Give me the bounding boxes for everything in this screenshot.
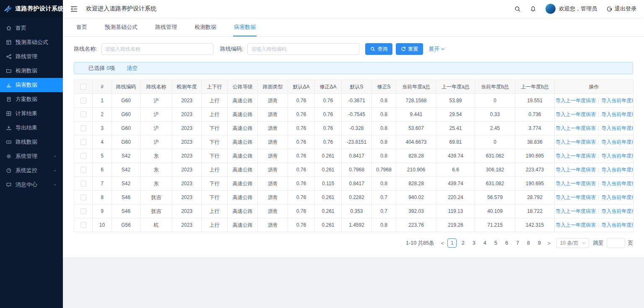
main-area: 欢迎进入道路养护设计系统 欢迎您，管理员 退出登录: [63, 0, 644, 308]
sidebar-item-system-monitor[interactable]: 系统监控: [0, 163, 63, 178]
sidebar-item-plan-data[interactable]: 方案数据: [0, 92, 63, 106]
table-cell: 下行: [202, 177, 228, 191]
page-button-2[interactable]: 2: [458, 238, 467, 248]
row-checkbox[interactable]: [80, 125, 86, 131]
expand-toggle[interactable]: 展开: [428, 45, 445, 53]
sidebar-item-route-data[interactable]: 路线数据: [0, 135, 63, 149]
import-prev-year-link[interactable]: 导入上一年度病害: [556, 111, 596, 117]
next-page-button[interactable]: >: [545, 240, 553, 246]
row-checkbox[interactable]: [80, 181, 86, 186]
user-info[interactable]: 欢迎您，管理员: [545, 4, 597, 14]
action-divider: |: [598, 153, 599, 159]
table-cell: 0.76: [288, 122, 315, 135]
table-cell: 0.76: [315, 94, 342, 108]
sidebar-item-formula[interactable]: 预测基础公式: [0, 35, 63, 49]
row-checkbox[interactable]: [80, 222, 86, 228]
tab-2[interactable]: 路线管理: [154, 18, 178, 36]
page-button-6[interactable]: 6: [502, 238, 511, 248]
table-cell: G60: [112, 108, 140, 122]
tab-4[interactable]: 病害数据: [233, 18, 257, 36]
import-prev-year-link[interactable]: 导入上一年度病害: [556, 98, 596, 104]
row-checkbox[interactable]: [80, 139, 86, 145]
route-code-input[interactable]: [247, 43, 359, 55]
clear-selection-link[interactable]: 清空: [127, 65, 138, 72]
query-button[interactable]: 查询: [365, 43, 392, 55]
route-name-input[interactable]: [101, 43, 213, 55]
import-current-year-link[interactable]: 导入当前年度病害: [601, 181, 633, 186]
sidebar-item-disease-data[interactable]: 病害数据: [0, 78, 63, 92]
page-button-5[interactable]: 5: [491, 238, 500, 248]
sidebar-item-calc-result[interactable]: 计算结果: [0, 106, 63, 121]
sidebar-item-export-result[interactable]: 导出结果: [0, 121, 63, 135]
search-icon[interactable]: [514, 6, 521, 12]
row-checkbox[interactable]: [80, 111, 86, 117]
import-current-year-link[interactable]: 导入当前年度病害: [601, 194, 633, 200]
sidebar-item-message-center[interactable]: 消息中心: [0, 178, 63, 192]
row-checkbox[interactable]: [80, 167, 86, 173]
table-cell: 2023: [172, 108, 202, 122]
row-checkbox[interactable]: [80, 208, 86, 214]
import-current-year-link[interactable]: 导入当前年度病害: [601, 167, 633, 173]
import-prev-year-link[interactable]: 导入上一年度病害: [556, 153, 596, 159]
table-cell: 2023: [172, 218, 202, 232]
tab-1[interactable]: 预测基础公式: [104, 18, 138, 36]
table-cell: 828.28: [396, 149, 436, 163]
reset-button[interactable]: 重置: [396, 43, 423, 55]
sidebar-item-label: 导出结果: [16, 124, 37, 132]
home-icon: [6, 25, 12, 31]
import-prev-year-link[interactable]: 导入上一年度病害: [556, 194, 596, 200]
import-current-year-link[interactable]: 导入当前年度病害: [601, 208, 633, 214]
logout-button[interactable]: 退出登录: [606, 5, 636, 13]
import-prev-year-link[interactable]: 导入上一年度病害: [556, 167, 596, 173]
gauge-icon: [6, 168, 12, 173]
import-prev-year-link[interactable]: 导入上一年度病害: [556, 181, 596, 186]
select-all-checkbox[interactable]: [80, 84, 86, 90]
import-current-year-link[interactable]: 导入当前年度病害: [601, 125, 633, 131]
page-button-3[interactable]: 3: [469, 238, 478, 248]
import-prev-year-link[interactable]: 导入上一年度病害: [556, 125, 596, 131]
table-cell: 沪: [140, 108, 172, 122]
import-current-year-link[interactable]: 导入当前年度病害: [601, 98, 633, 104]
page-button-9[interactable]: 9: [535, 238, 544, 248]
avatar[interactable]: [545, 4, 556, 14]
tab-3[interactable]: 检测数据: [194, 18, 217, 36]
import-prev-year-link[interactable]: 导入上一年度病害: [556, 208, 596, 214]
page-size-select[interactable]: 10 条/页: [556, 238, 589, 248]
table-cell: 沥青: [258, 163, 288, 177]
page-button-1[interactable]: 1: [447, 238, 457, 248]
row-actions: 导入上一年度病害|导入当前年度病害: [555, 218, 634, 232]
page-button-7[interactable]: 7: [513, 238, 522, 248]
import-prev-year-link[interactable]: 导入上一年度病害: [556, 139, 596, 145]
page-button-4[interactable]: 4: [480, 238, 489, 248]
column-header: 默认ΔA: [288, 80, 315, 94]
sidebar-item-system-manage[interactable]: 系统管理: [0, 149, 63, 163]
sidebar-item-label: 消息中心: [16, 181, 37, 189]
import-current-year-link[interactable]: 导入当前年度病害: [601, 222, 633, 228]
table-cell: 下行: [202, 135, 228, 149]
import-current-year-link[interactable]: 导入当前年度病害: [601, 139, 633, 145]
sidebar-item-home[interactable]: 首页: [0, 21, 63, 35]
table-cell: 2: [93, 108, 112, 122]
sidebar-item-detect-data[interactable]: 检测数据: [0, 64, 63, 78]
menu-collapse-icon[interactable]: [70, 6, 78, 12]
jump-page-input[interactable]: [607, 238, 625, 248]
row-checkbox[interactable]: [80, 194, 86, 200]
row-checkbox[interactable]: [80, 153, 86, 159]
tab-0[interactable]: 首页: [75, 18, 88, 36]
page-button-8[interactable]: 8: [524, 238, 533, 248]
bell-icon[interactable]: [530, 6, 536, 12]
sidebar-item-route-manage[interactable]: 路线管理: [0, 49, 63, 64]
table-cell: 38.836: [515, 135, 555, 149]
import-current-year-link[interactable]: 导入当前年度病害: [601, 153, 633, 159]
topbar-right: 欢迎您，管理员 退出登录: [514, 4, 636, 14]
table-cell: 439.74: [436, 177, 475, 191]
sidebar-item-label: 计算结果: [16, 110, 37, 117]
import-current-year-link[interactable]: 导入当前年度病害: [601, 111, 633, 117]
pager-pages: 123456789: [447, 238, 545, 248]
row-actions: 导入上一年度病害|导入当前年度病害: [555, 149, 634, 163]
table-cell: 6.6: [436, 163, 475, 177]
prev-page-button[interactable]: <: [438, 240, 447, 246]
tab-bar: 首页预测基础公式路线管理检测数据病害数据: [63, 18, 644, 37]
import-prev-year-link[interactable]: 导入上一年度病害: [556, 222, 596, 228]
row-checkbox[interactable]: [80, 98, 86, 104]
